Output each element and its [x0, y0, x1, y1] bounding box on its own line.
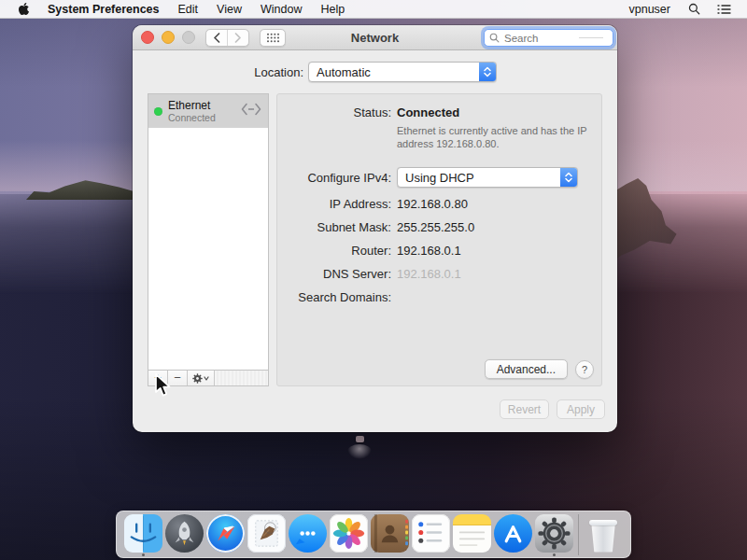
- minimize-button[interactable]: [162, 31, 175, 44]
- popup-stepper-icon: [479, 63, 496, 81]
- configure-ipv4-popup[interactable]: Using DHCP: [397, 167, 578, 188]
- service-status: Connected: [168, 112, 240, 123]
- user-switch-list-icon[interactable]: [711, 4, 738, 15]
- service-texts: Ethernet Connected: [168, 100, 240, 123]
- forward-button-disabled: [227, 30, 248, 46]
- location-popup[interactable]: Automatic: [308, 62, 497, 82]
- menu-bar: System Preferences Edit View Window Help…: [0, 0, 747, 19]
- traffic-lights: [133, 31, 195, 44]
- launchpad-icon: [165, 514, 204, 553]
- dock-separator: [578, 514, 579, 555]
- dock-item-trash[interactable]: [583, 512, 624, 557]
- status-label: Status:: [277, 105, 391, 119]
- location-row: Location: Automatic: [133, 63, 617, 81]
- dock: [116, 511, 631, 558]
- wallpaper-boat: [356, 436, 364, 442]
- spotlight-search-icon[interactable]: [682, 3, 707, 15]
- subnet-mask-label: Subnet Mask:: [277, 220, 391, 234]
- trash-rim: [589, 520, 617, 525]
- navigation-buttons: [205, 29, 249, 47]
- configure-ipv4-value: Using DHCP: [398, 171, 560, 185]
- mail-icon: [247, 514, 286, 553]
- ip-address-row: IP Address: 192.168.0.80: [277, 197, 601, 211]
- dock-item-mail[interactable]: [247, 512, 288, 557]
- dock-item-system-preferences[interactable]: [533, 512, 574, 557]
- status-row: Status: Connected: [277, 105, 601, 119]
- menu-username[interactable]: vpnuser: [622, 3, 678, 16]
- subnet-mask-row: Subnet Mask: 255.255.255.0: [277, 220, 601, 234]
- router-value: 192.168.0.1: [397, 244, 461, 258]
- dns-server-label: DNS Server:: [277, 267, 391, 281]
- apple-menu-icon[interactable]: [9, 2, 38, 16]
- dns-server-value: 192.168.0.1: [397, 267, 461, 281]
- search-field-dash: [579, 37, 603, 38]
- service-row-ethernet[interactable]: Ethernet Connected: [148, 94, 268, 128]
- ip-address-value: 192.168.0.80: [397, 197, 468, 211]
- services-list: Ethernet Connected: [148, 94, 268, 370]
- dns-server-row: DNS Server: 192.168.0.1: [277, 267, 601, 281]
- ip-address-label: IP Address:: [277, 197, 391, 211]
- configure-ipv4-label: Configure IPv4:: [277, 171, 391, 185]
- app-store-icon: [494, 514, 532, 553]
- wallpaper-boat-wake: [347, 444, 372, 459]
- advanced-button[interactable]: Advanced...: [485, 359, 568, 379]
- dock-item-notes[interactable]: [451, 512, 492, 557]
- services-sidebar: Ethernet Connected + −: [148, 93, 269, 386]
- dock-item-launchpad[interactable]: [164, 512, 205, 557]
- popup-stepper-icon: [560, 168, 577, 187]
- service-actions-button[interactable]: [188, 371, 215, 385]
- trash-body: [590, 523, 616, 553]
- location-label: Location:: [254, 65, 303, 79]
- close-button[interactable]: [141, 31, 154, 44]
- toolbar-search-field[interactable]: [484, 29, 613, 47]
- configure-ipv4-row: Configure IPv4: Using DHCP: [277, 167, 601, 188]
- apply-button-disabled: Apply: [557, 399, 605, 419]
- network-preferences-window: Network Location:: [133, 25, 617, 432]
- dock-item-app-store[interactable]: [492, 512, 533, 557]
- search-domains-row: Search Domains:: [277, 290, 601, 304]
- help-button[interactable]: ?: [575, 360, 594, 379]
- menu-bar-left: System Preferences Edit View Window Help: [0, 2, 354, 16]
- service-name: Ethernet: [168, 100, 240, 112]
- dock-item-safari[interactable]: [205, 512, 247, 557]
- router-row: Router: 192.168.0.1: [277, 244, 601, 258]
- menu-window[interactable]: Window: [251, 3, 311, 16]
- sidebar-toolbar-filler: [215, 371, 268, 385]
- trash-icon: [589, 519, 617, 553]
- dock-item-reminders[interactable]: [410, 512, 451, 557]
- contacts-icon: [371, 514, 409, 553]
- menu-app-name[interactable]: System Preferences: [38, 3, 169, 16]
- photos-icon: [330, 514, 368, 553]
- ethernet-icon: [240, 102, 262, 120]
- sidebar-toolbar: + −: [148, 370, 268, 385]
- subnet-mask-value: 255.255.255.0: [397, 220, 474, 234]
- show-all-grid-button[interactable]: [260, 29, 286, 47]
- dock-item-photos[interactable]: [329, 512, 370, 557]
- dock-item-contacts[interactable]: [370, 512, 411, 557]
- remove-service-button[interactable]: −: [168, 371, 188, 385]
- revert-button-disabled: Revert: [500, 399, 549, 419]
- menu-edit[interactable]: Edit: [169, 3, 208, 16]
- reminders-icon: [412, 514, 450, 553]
- status-dot-green: [154, 107, 162, 116]
- status-description: Ethernet is currently active and has the…: [397, 124, 623, 150]
- dock-item-finder[interactable]: [123, 512, 164, 557]
- search-domains-label: Search Domains:: [277, 290, 391, 304]
- menu-bar-right: vpnuser: [622, 3, 747, 16]
- location-value: Automatic: [309, 65, 479, 79]
- window-titlebar[interactable]: Network: [133, 25, 617, 50]
- finder-icon: [124, 514, 162, 553]
- menu-help[interactable]: Help: [311, 3, 354, 16]
- notes-icon: [453, 514, 491, 553]
- dock-item-messages[interactable]: [288, 512, 329, 557]
- status-value: Connected: [397, 105, 459, 119]
- messages-icon: [289, 514, 327, 553]
- safari-icon: [206, 514, 245, 553]
- add-service-button[interactable]: +: [148, 371, 168, 385]
- back-button[interactable]: [206, 30, 227, 46]
- system-preferences-icon: [535, 514, 573, 553]
- router-label: Router:: [277, 244, 391, 258]
- menu-view[interactable]: View: [207, 3, 251, 16]
- network-detail-panel: Status: Connected Ethernet is currently …: [276, 93, 602, 386]
- zoom-button-disabled: [182, 31, 195, 44]
